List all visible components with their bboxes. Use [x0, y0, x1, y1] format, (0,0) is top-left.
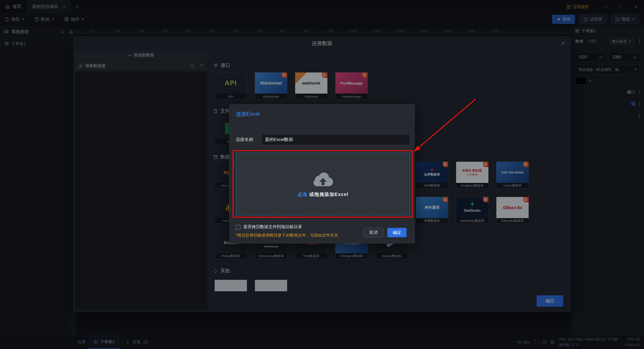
copy-checkbox[interactable] [236, 225, 240, 230]
connection-name-row: 连接名称 [236, 134, 410, 145]
connection-name-label: 连接名称 [236, 137, 261, 143]
dropzone-click-link[interactable]: 点击 [298, 192, 308, 197]
app-window: 首页 我的空白项目 × + 定制服务 – □ × 项目 数据 [0, 0, 644, 349]
copy-checkbox-label: 是否拷贝数据文件到项目根目录 [243, 224, 302, 230]
connection-name-input[interactable] [261, 134, 410, 145]
dropzone-text: 点击 或拖拽添加Excel [298, 192, 348, 198]
dropzone-hint: 或拖拽添加Excel [309, 192, 348, 197]
excel-connect-dialog: 连接Excel 连接名称 点击 或拖拽添加Excel 是否拷贝数据文件到项目根目… [229, 104, 415, 244]
excel-dropzone[interactable]: 点击 或拖拽添加Excel [236, 153, 410, 215]
dialog-title: 连接Excel [236, 111, 410, 118]
cancel-button[interactable]: 取消 [364, 228, 383, 237]
dialog-buttons: 取消 确定 [364, 228, 407, 237]
confirm-button[interactable]: 确定 [387, 228, 407, 237]
cloud-upload-icon [313, 171, 333, 186]
